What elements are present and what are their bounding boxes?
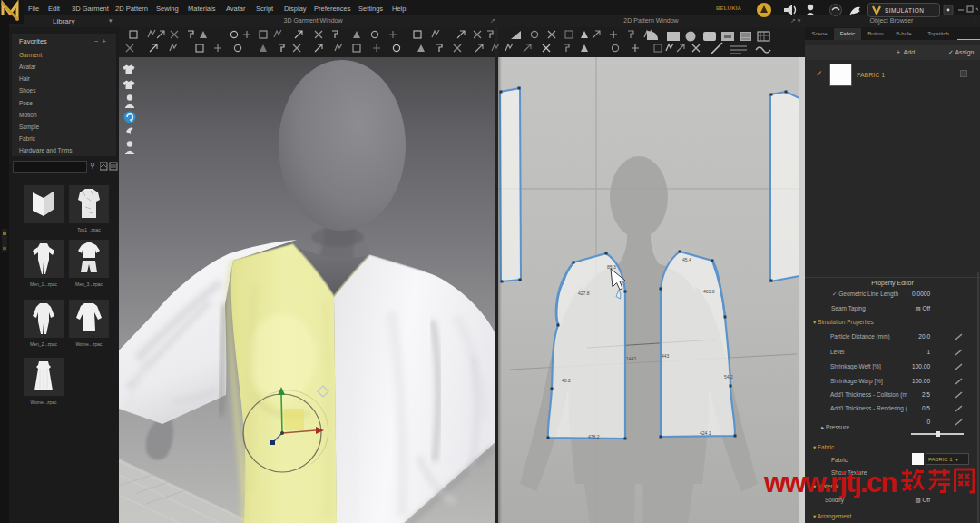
svg-text:424.1: 424.1 bbox=[700, 430, 711, 436]
svg-text:85.3: 85.3 bbox=[607, 264, 616, 270]
svg-text:427.8: 427.8 bbox=[578, 291, 590, 296]
svg-text:SIMULATION: SIMULATION bbox=[885, 7, 924, 14]
svg-text:443: 443 bbox=[662, 353, 670, 359]
svg-text:45.4: 45.4 bbox=[682, 257, 691, 262]
svg-text:478.2: 478.2 bbox=[588, 434, 600, 439]
svg-text:403.8: 403.8 bbox=[703, 289, 715, 294]
svg-text:1443: 1443 bbox=[626, 356, 636, 361]
svg-text:54.2: 54.2 bbox=[724, 374, 733, 380]
svg-text:48.2: 48.2 bbox=[562, 378, 571, 383]
